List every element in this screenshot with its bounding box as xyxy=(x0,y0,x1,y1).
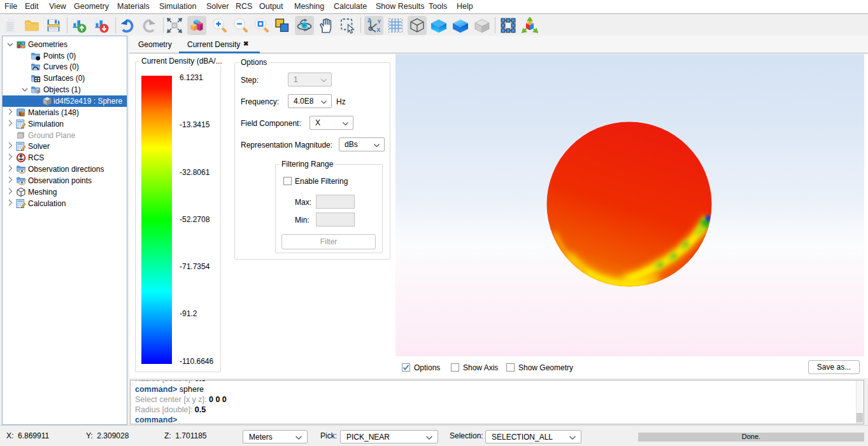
svg-text:Y: Y xyxy=(378,18,381,25)
svg-text:Z: Z xyxy=(367,17,371,24)
svg-text:X: X xyxy=(377,27,381,33)
